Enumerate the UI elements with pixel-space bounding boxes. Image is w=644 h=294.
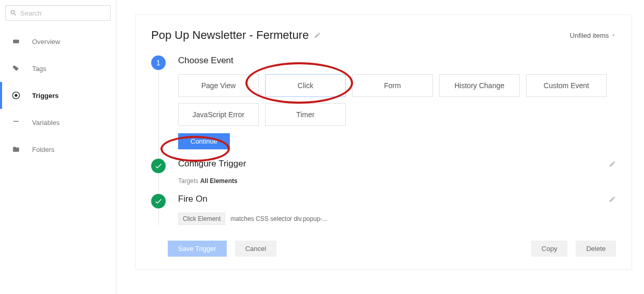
step-check-badge xyxy=(151,159,166,173)
svg-rect-6 xyxy=(17,121,18,122)
nav-label: Overview xyxy=(32,38,60,46)
continue-button[interactable]: Continue xyxy=(178,133,230,149)
nav-item-variables[interactable]: Variables xyxy=(0,109,116,136)
step-title: Configure Trigger xyxy=(178,159,246,169)
step-fire-on: Fire On Click Element matches CSS select… xyxy=(151,194,616,225)
nav-item-overview[interactable]: Overview xyxy=(0,28,116,55)
event-timer[interactable]: Timer xyxy=(265,103,346,126)
chevron-down-icon xyxy=(611,33,616,38)
edit-step-icon[interactable] xyxy=(609,160,616,167)
save-trigger-button[interactable]: Save Trigger xyxy=(168,241,227,257)
footer: Save Trigger Cancel Copy Delete xyxy=(151,241,616,257)
tags-icon xyxy=(11,65,21,72)
nav-item-folders[interactable]: Folders xyxy=(0,136,116,163)
event-form[interactable]: Form xyxy=(352,74,433,97)
folders-icon xyxy=(11,146,21,153)
svg-rect-0 xyxy=(13,40,19,44)
nav-label: Folders xyxy=(32,146,54,153)
sidebar: Overview Tags Triggers Variables Folders xyxy=(0,0,116,294)
unfiled-label: Unfiled items xyxy=(570,32,609,39)
event-custom[interactable]: Custom Event xyxy=(526,74,607,97)
page-title: Pop Up Newsletter - Fermeture xyxy=(151,29,309,42)
cancel-button[interactable]: Cancel xyxy=(235,241,276,257)
nav-item-triggers[interactable]: Triggers xyxy=(0,82,116,109)
svg-rect-5 xyxy=(16,121,17,122)
step-configure-trigger: Configure Trigger Targets All Elements xyxy=(151,159,616,185)
triggers-icon xyxy=(11,92,21,99)
step-choose-event: 1 Choose Event Page View Click Form Hist… xyxy=(151,55,616,149)
nav-label: Variables xyxy=(32,119,60,127)
svg-rect-4 xyxy=(14,121,16,122)
delete-button[interactable]: Delete xyxy=(576,241,616,257)
nav-label: Triggers xyxy=(32,92,58,100)
step-check-badge xyxy=(151,194,166,208)
svg-rect-3 xyxy=(13,121,14,122)
event-click[interactable]: Click xyxy=(265,74,346,97)
event-js-error[interactable]: JavaScript Error xyxy=(178,103,259,126)
fire-chip: Click Element xyxy=(178,213,225,225)
trigger-card: Pop Up Newsletter - Fermeture Unfiled it… xyxy=(135,15,632,270)
event-history-change[interactable]: History Change xyxy=(439,74,520,97)
fire-condition: matches CSS selector div.popup-... xyxy=(230,215,327,222)
unfiled-dropdown[interactable]: Unfiled items xyxy=(570,32,616,39)
step-title: Choose Event xyxy=(178,55,233,66)
copy-button[interactable]: Copy xyxy=(531,241,567,257)
edit-title-icon[interactable] xyxy=(314,32,321,39)
content: Pop Up Newsletter - Fermeture Unfiled it… xyxy=(116,0,644,294)
event-page-view[interactable]: Page View xyxy=(178,74,259,97)
svg-point-2 xyxy=(14,94,17,96)
nav-label: Tags xyxy=(32,65,46,73)
step-title: Fire On xyxy=(178,194,208,204)
search-box[interactable] xyxy=(5,5,111,21)
edit-step-icon[interactable] xyxy=(609,195,616,203)
targets-label: Targets All Elements xyxy=(178,177,616,185)
overview-icon xyxy=(11,38,21,45)
steps-container: 1 Choose Event Page View Click Form Hist… xyxy=(151,55,616,225)
event-type-grid: Page View Click Form History Change Cust… xyxy=(178,74,616,126)
nav-item-tags[interactable]: Tags xyxy=(0,55,116,82)
search-input[interactable] xyxy=(17,9,106,17)
svg-rect-7 xyxy=(18,121,19,122)
search-icon xyxy=(10,9,17,17)
variables-icon xyxy=(11,119,21,126)
step-number-badge: 1 xyxy=(151,55,166,70)
